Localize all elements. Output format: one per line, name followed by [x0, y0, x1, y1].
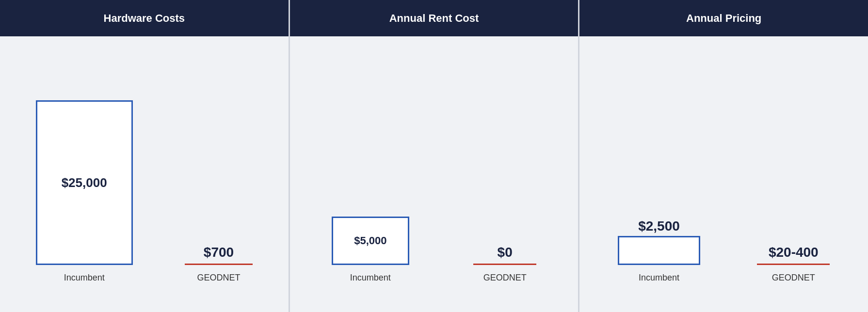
rent-incumbent-bar: $5,000: [332, 217, 409, 265]
annual-rent-body: $5,000 Incumbent $0 GEODNET: [290, 36, 579, 312]
hardware-incumbent-label: Incumbent: [64, 273, 105, 283]
pricing-geodnet-bar: [757, 262, 830, 265]
rent-incumbent-value: $5,000: [354, 234, 386, 247]
hardware-costs-header: Hardware Costs: [0, 0, 289, 36]
hardware-incumbent-bar: $25,000: [36, 100, 133, 265]
hardware-geodnet-value: $700: [204, 245, 234, 260]
pricing-geodnet-label: GEODNET: [772, 273, 815, 283]
section-annual-pricing: Annual Pricing $2,500 Incumbent $20-400 …: [579, 0, 868, 312]
annual-pricing-header: Annual Pricing: [579, 0, 868, 36]
rent-geodnet-bar: [473, 262, 536, 265]
pricing-incumbent-group: $2,500 Incumbent: [618, 218, 700, 283]
pricing-incumbent-value-above: $2,500: [638, 218, 680, 234]
rent-geodnet-group: $0 GEODNET: [473, 245, 536, 283]
hardware-geodnet-label: GEODNET: [197, 273, 240, 283]
hardware-costs-body: $25,000 Incumbent $700 GEODNET: [0, 36, 289, 312]
pricing-geodnet-group: $20-400 GEODNET: [757, 245, 830, 283]
hardware-geodnet-group: $700 GEODNET: [185, 245, 253, 283]
pricing-incumbent-bar: [618, 236, 700, 265]
annual-rent-header: Annual Rent Cost: [290, 0, 579, 36]
hardware-incumbent-value: $25,000: [62, 175, 107, 190]
section-hardware-costs: Hardware Costs $25,000 Incumbent $700 GE…: [0, 0, 289, 312]
rent-incumbent-group: $5,000 Incumbent: [332, 217, 409, 283]
section-annual-rent: Annual Rent Cost $5,000 Incumbent $0 GEO…: [290, 0, 579, 312]
rent-geodnet-value: $0: [498, 245, 513, 260]
hardware-geodnet-bar: [185, 262, 253, 265]
sections-container: Hardware Costs $25,000 Incumbent $700 GE…: [0, 0, 868, 312]
hardware-incumbent-group: $25,000 Incumbent: [36, 100, 133, 283]
pricing-incumbent-label: Incumbent: [639, 273, 679, 283]
rent-geodnet-label: GEODNET: [483, 273, 527, 283]
pricing-geodnet-value: $20-400: [769, 245, 819, 260]
rent-incumbent-label: Incumbent: [350, 273, 391, 283]
annual-pricing-body: $2,500 Incumbent $20-400 GEODNET: [579, 36, 868, 312]
annual-rent-title: Annual Rent Cost: [389, 12, 479, 25]
annual-pricing-title: Annual Pricing: [686, 12, 761, 25]
hardware-costs-title: Hardware Costs: [104, 12, 185, 25]
